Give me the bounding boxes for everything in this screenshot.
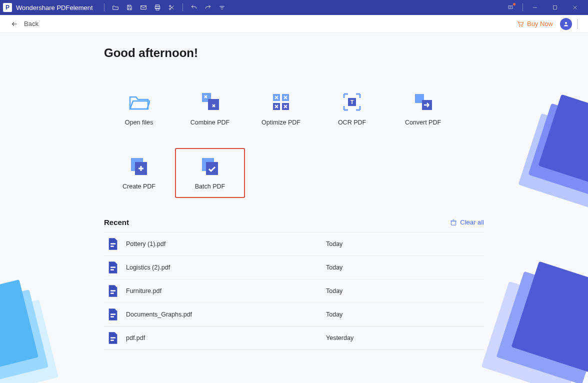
toolbar-separator	[104, 4, 104, 12]
file-date: Today	[326, 288, 342, 294]
file-name: Logistics (2).pdf	[126, 264, 326, 271]
window-maximize-icon[interactable]	[545, 0, 565, 15]
back-label: Back	[24, 20, 38, 28]
user-icon	[563, 21, 569, 27]
action-label: Open files	[125, 119, 153, 126]
action-create-pdf[interactable]: Create PDF	[104, 148, 174, 198]
combine-icon	[199, 92, 221, 112]
dropdown-icon[interactable]	[217, 2, 227, 12]
app-title: Wondershare PDFelement	[16, 4, 93, 12]
decorative-shapes-icon	[508, 108, 588, 238]
svg-point-4	[169, 6, 170, 7]
pdf-file-icon	[108, 332, 118, 344]
pdf-file-icon	[108, 262, 118, 274]
arrow-left-icon	[10, 20, 19, 28]
recent-row[interactable]: pdf.pdf Yesterday	[104, 326, 484, 350]
folder-open-icon	[128, 92, 150, 112]
notification-dot-icon	[513, 3, 516, 6]
file-date: Today	[326, 311, 342, 318]
svg-rect-0	[140, 6, 146, 10]
recent-row[interactable]: Pottery (1).pdf Today	[104, 232, 484, 256]
pdf-file-icon	[108, 308, 118, 320]
svg-rect-29	[452, 221, 456, 225]
pdf-file-icon	[108, 285, 118, 297]
file-name: Furniture.pdf	[126, 288, 326, 294]
action-batch-pdf[interactable]: Batch PDF	[175, 148, 245, 198]
action-label: Batch PDF	[195, 183, 225, 190]
action-label: OCR PDF	[338, 119, 366, 126]
subheader: Back Buy Now	[0, 15, 588, 33]
title-bar: P Wondershare PDFelement	[0, 0, 588, 15]
page-title: Good afternoon!	[104, 46, 484, 60]
svg-rect-35	[110, 292, 114, 294]
file-name: pdf.pdf	[126, 334, 326, 342]
decorative-shapes-icon	[488, 273, 588, 383]
recent-row[interactable]: Logistics (2).pdf Today	[104, 256, 484, 280]
action-ocr-pdf[interactable]: T OCR PDF	[317, 84, 387, 134]
print-icon[interactable]	[152, 2, 162, 12]
action-convert-pdf[interactable]: Convert PDF	[388, 84, 458, 134]
buy-now-label: Buy Now	[527, 20, 553, 28]
create-icon	[128, 156, 150, 176]
clear-icon	[450, 219, 457, 226]
save-icon[interactable]	[124, 2, 134, 12]
svg-rect-3	[156, 8, 159, 10]
pdf-file-icon	[108, 238, 118, 250]
svg-rect-30	[110, 243, 116, 244]
divider	[577, 19, 578, 29]
action-label: Combine PDF	[190, 119, 230, 126]
user-avatar[interactable]	[560, 18, 572, 30]
svg-point-5	[169, 8, 170, 10]
action-combine-pdf[interactable]: Combine PDF	[175, 84, 245, 134]
svg-rect-38	[110, 337, 116, 338]
main-content: Good afternoon! Open files Combine	[0, 33, 588, 383]
app-logo-icon: P	[3, 3, 12, 12]
redo-icon[interactable]	[203, 2, 213, 12]
action-optimize-pdf[interactable]: Optimize PDF	[246, 84, 316, 134]
window-minimize-icon[interactable]	[525, 0, 545, 15]
svg-rect-6	[508, 6, 512, 9]
svg-rect-8	[554, 6, 557, 10]
mail-icon[interactable]	[138, 2, 148, 12]
svg-rect-37	[110, 316, 114, 318]
notifications-icon[interactable]	[500, 0, 520, 15]
svg-rect-39	[110, 340, 114, 341]
undo-icon[interactable]	[189, 2, 199, 12]
recent-row[interactable]: Documents_Graphs.pdf Today	[104, 302, 484, 326]
scissors-icon[interactable]	[166, 2, 176, 12]
svg-rect-36	[110, 314, 116, 315]
optimize-icon	[270, 92, 292, 112]
convert-icon	[412, 92, 434, 112]
file-name: Pottery (1).pdf	[126, 240, 326, 248]
svg-rect-1	[156, 5, 159, 6]
quick-actions-grid: Open files Combine PDF	[104, 84, 484, 198]
file-date: Today	[326, 240, 342, 248]
back-button[interactable]: Back	[10, 20, 38, 28]
action-open-files[interactable]: Open files	[104, 84, 174, 134]
decorative-shapes-icon	[0, 293, 75, 383]
open-icon[interactable]	[110, 2, 120, 12]
svg-point-12	[519, 26, 520, 26]
svg-rect-34	[110, 290, 116, 292]
clear-all-button[interactable]: Clear all	[450, 218, 484, 226]
action-label: Convert PDF	[405, 119, 441, 126]
recent-row[interactable]: Furniture.pdf Today	[104, 279, 484, 303]
file-date: Yesterday	[326, 334, 354, 342]
ocr-icon: T	[341, 92, 363, 112]
svg-rect-16	[208, 99, 219, 110]
svg-rect-31	[110, 246, 114, 247]
action-label: Create PDF	[122, 183, 156, 190]
file-name: Documents_Graphs.pdf	[126, 311, 326, 318]
recent-header: Recent Clear all	[104, 218, 484, 226]
svg-text:T: T	[350, 99, 354, 105]
recent-list: Pottery (1).pdf Today Logistics (2).pdf …	[104, 232, 484, 350]
svg-rect-33	[110, 269, 114, 270]
svg-rect-32	[110, 266, 116, 268]
toolbar-separator	[522, 4, 523, 12]
recent-title: Recent	[104, 218, 129, 226]
window-close-icon[interactable]	[565, 0, 585, 15]
buy-now-button[interactable]: Buy Now	[516, 20, 553, 28]
cart-icon	[516, 20, 524, 28]
action-label: Optimize PDF	[262, 119, 300, 126]
svg-point-14	[565, 22, 567, 24]
